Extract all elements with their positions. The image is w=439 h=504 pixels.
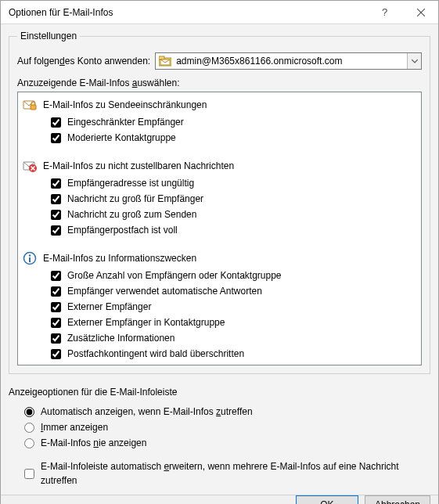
- category-row: E-Mail-Infos zu Sendeeinschränkungen: [20, 95, 419, 114]
- option-label[interactable]: Empfängeradresse ist ungültig: [67, 176, 194, 190]
- option-label[interactable]: Moderierte Kontaktgruppe: [67, 131, 176, 145]
- option-label[interactable]: Nachricht zu groß zum Senden: [67, 207, 196, 221]
- option-row: Externer Empfänger: [20, 299, 419, 315]
- option-label[interactable]: Zusätzliche Informationen: [67, 331, 175, 345]
- option-checkbox[interactable]: [51, 117, 61, 128]
- mailtips-listbox[interactable]: E-Mail-Infos zu SendeeinschränkungenEing…: [17, 92, 422, 365]
- option-checkbox[interactable]: [51, 133, 61, 143]
- option-row: Kompatibilitätshinweisbenachrichtigung: [20, 362, 419, 365]
- settings-group: Einstellungen Auf folgendes Konto anwend…: [9, 31, 430, 374]
- auto-expand-label[interactable]: E-Mail-Infoleiste automatisch erweitern,…: [41, 459, 430, 488]
- settings-legend: Einstellungen: [17, 31, 80, 41]
- chevron-down-icon[interactable]: [407, 53, 421, 69]
- display-radio-label[interactable]: E-Mail-Infos nie anzeigen: [41, 436, 146, 450]
- auto-expand-checkbox[interactable]: [24, 469, 34, 479]
- display-radio[interactable]: [24, 407, 34, 417]
- category-label: E-Mail-Infos zu Sendeeinschränkungen: [43, 99, 207, 110]
- option-checkbox[interactable]: [51, 286, 61, 297]
- option-label[interactable]: Externer Empfänger in Kontaktgruppe: [67, 315, 225, 329]
- option-row: Zusätzliche Informationen: [20, 330, 419, 346]
- display-radio[interactable]: [24, 438, 34, 448]
- folder-icon: [157, 53, 173, 69]
- svg-point-13: [29, 254, 31, 256]
- option-row: Nachricht zu groß für Empfänger: [20, 191, 419, 207]
- display-radio-row: E-Mail-Infos nie anzeigen: [9, 435, 430, 451]
- close-button[interactable]: [403, 1, 438, 24]
- display-radio-label[interactable]: Automatisch anzeigen, wenn E-Mail-Infos …: [41, 405, 253, 419]
- option-checkbox[interactable]: [51, 349, 61, 359]
- display-radio[interactable]: [24, 423, 34, 433]
- category-label: E-Mail-Infos zu Informationszwecken: [43, 253, 196, 264]
- ok-button[interactable]: OK: [296, 495, 358, 504]
- option-row: Nachricht zu groß zum Senden: [20, 207, 419, 222]
- list-heading: Anzuzeigende E-Mail-Infos auswählen:: [17, 77, 422, 88]
- svg-rect-4: [159, 56, 164, 59]
- dialog-content: Einstellungen Auf folgendes Konto anwend…: [1, 24, 438, 495]
- category-row: E-Mail-Infos zu Informationszwecken: [20, 249, 419, 268]
- svg-text:?: ?: [382, 7, 387, 18]
- option-checkbox[interactable]: [51, 318, 61, 328]
- titlebar: Optionen für E-Mail-Infos ?: [1, 1, 438, 24]
- account-select[interactable]: admin@M365x861166.onmicrosoft.com: [155, 52, 422, 70]
- option-checkbox[interactable]: [51, 271, 61, 281]
- option-checkbox[interactable]: [51, 365, 61, 366]
- auto-expand-row: E-Mail-Infoleiste automatisch erweitern,…: [9, 459, 430, 488]
- option-checkbox[interactable]: [51, 178, 61, 189]
- dialog-window: Optionen für E-Mail-Infos ? Einstellunge…: [0, 0, 439, 504]
- option-label[interactable]: Nachricht zu groß für Empfänger: [67, 192, 203, 206]
- option-checkbox[interactable]: [51, 302, 61, 312]
- display-radio-row: Automatisch anzeigen, wenn E-Mail-Infos …: [9, 404, 430, 419]
- option-row: Empfänger verwendet automatische Antwort…: [20, 283, 419, 299]
- option-label[interactable]: Postfachkontingent wird bald überschritt…: [67, 347, 244, 361]
- option-row: Große Anzahl von Empfängern oder Kontakt…: [20, 268, 419, 283]
- option-row: Eingeschränkter Empfänger: [20, 114, 419, 130]
- window-title: Optionen für E-Mail-Infos: [1, 7, 368, 18]
- option-row: Moderierte Kontaktgruppe: [20, 130, 419, 146]
- account-row: Auf folgendes Konto anwenden: admin@M365…: [17, 52, 422, 70]
- category-row: E-Mail-Infos zu nicht zustellbaren Nachr…: [20, 157, 419, 175]
- account-label: Auf folgendes Konto anwenden:: [17, 56, 150, 67]
- help-button[interactable]: ?: [368, 1, 403, 24]
- option-label[interactable]: Eingeschränkter Empfänger: [67, 115, 184, 129]
- option-row: Empfängeradresse ist ungültig: [20, 175, 419, 191]
- option-checkbox[interactable]: [51, 210, 61, 220]
- cancel-button[interactable]: Abbrechen: [365, 495, 430, 504]
- info-icon: [23, 251, 37, 265]
- option-label[interactable]: Kompatibilitätshinweisbenachrichtigung: [67, 362, 231, 365]
- error-icon: [23, 159, 37, 173]
- svg-rect-7: [31, 105, 36, 110]
- display-radio-label[interactable]: Immer anzeigen: [41, 420, 108, 434]
- category-label: E-Mail-Infos zu nicht zustellbaren Nachr…: [43, 160, 234, 171]
- option-checkbox[interactable]: [51, 194, 61, 204]
- option-row: Postfachkontingent wird bald überschritt…: [20, 346, 419, 362]
- option-label[interactable]: Externer Empfänger: [67, 300, 151, 314]
- display-heading: Anzeigeoptionen für die E-Mail-Infoleist…: [9, 387, 430, 398]
- display-options: Anzeigeoptionen für die E-Mail-Infoleist…: [9, 385, 430, 488]
- option-checkbox[interactable]: [51, 225, 61, 236]
- option-row: Externer Empfänger in Kontaktgruppe: [20, 315, 419, 330]
- option-label[interactable]: Empfänger verwendet automatische Antwort…: [67, 284, 262, 298]
- option-checkbox[interactable]: [51, 333, 61, 344]
- svg-rect-14: [29, 257, 31, 262]
- lock-icon: [23, 98, 37, 112]
- option-label[interactable]: Empfängerpostfach ist voll: [67, 223, 178, 237]
- dialog-footer: OK Abbrechen: [1, 495, 438, 504]
- account-value: admin@M365x861166.onmicrosoft.com: [175, 56, 407, 67]
- option-row: Empfängerpostfach ist voll: [20, 222, 419, 238]
- display-radio-row: Immer anzeigen: [9, 419, 430, 435]
- option-label[interactable]: Große Anzahl von Empfängern oder Kontakt…: [67, 268, 282, 283]
